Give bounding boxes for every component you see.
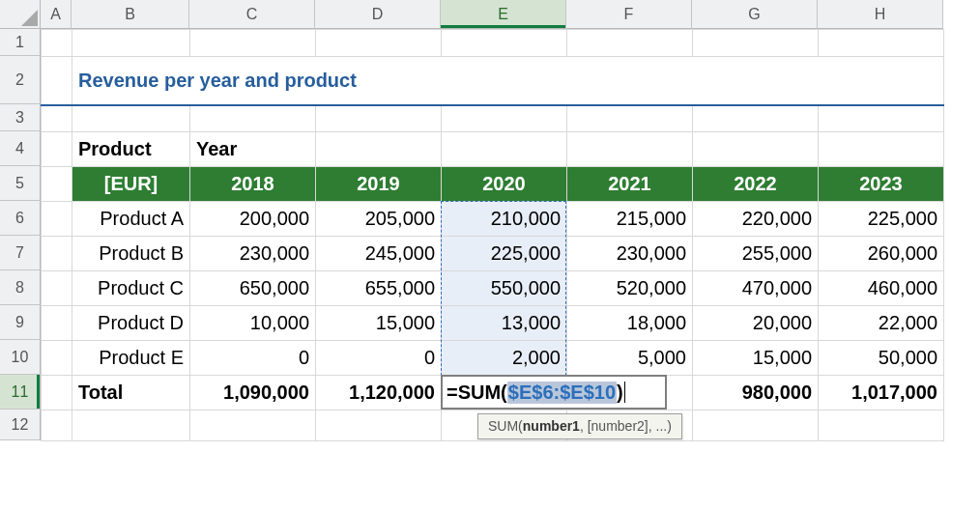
row-header-12[interactable]: 12 (0, 410, 41, 440)
row-header-11[interactable]: 11 (0, 375, 41, 410)
cell-f1[interactable] (567, 30, 693, 57)
cell-a6[interactable] (42, 202, 72, 237)
cell-h3[interactable] (819, 105, 944, 132)
row-header-8[interactable]: 8 (0, 270, 41, 305)
col-header-g[interactable]: G (692, 0, 818, 29)
formula-edit-cell[interactable]: =SUM($E$6:$E$10) (441, 375, 667, 410)
cell-d11[interactable]: 1,120,000 (316, 376, 442, 410)
cell-f6[interactable]: 215,000 (567, 202, 693, 237)
cell-b12[interactable] (72, 410, 190, 441)
cell-c10[interactable]: 0 (190, 341, 316, 376)
cell-a8[interactable] (42, 271, 72, 306)
cell-d6[interactable]: 205,000 (316, 202, 442, 237)
cell-h1[interactable] (819, 30, 944, 57)
select-all-corner[interactable] (0, 0, 41, 29)
cell-b1[interactable] (72, 30, 190, 57)
page-title[interactable]: Revenue per year and product (72, 57, 944, 105)
cell-d1[interactable] (316, 30, 442, 57)
row-header-1[interactable]: 1 (0, 29, 41, 56)
col-header-e[interactable]: E (441, 0, 566, 29)
cell-a5[interactable] (42, 167, 72, 202)
cell-e10[interactable]: 2,000 (442, 341, 567, 376)
cell-d3[interactable] (316, 105, 442, 132)
cell-c6[interactable]: 200,000 (190, 202, 316, 237)
cell-f4[interactable] (567, 132, 693, 167)
product-name-b[interactable]: Product B (72, 237, 190, 271)
cell-h9[interactable]: 22,000 (819, 306, 944, 341)
cell-a4[interactable] (42, 132, 72, 167)
header-2022[interactable]: 2022 (693, 167, 819, 202)
col-header-a[interactable]: A (41, 0, 72, 29)
cell-a3[interactable] (42, 105, 72, 132)
header-2021[interactable]: 2021 (567, 167, 693, 202)
header-2018[interactable]: 2018 (190, 167, 316, 202)
product-name-d[interactable]: Product D (72, 306, 190, 341)
cell-h8[interactable]: 460,000 (819, 271, 944, 306)
cell-d7[interactable]: 245,000 (316, 237, 442, 271)
cell-e6[interactable]: 210,000 (442, 202, 567, 237)
cell-f8[interactable]: 520,000 (567, 271, 693, 306)
cell-e9[interactable]: 13,000 (442, 306, 567, 341)
cell-a7[interactable] (42, 237, 72, 271)
cell-c12[interactable] (190, 410, 316, 441)
cell-e8[interactable]: 550,000 (442, 271, 567, 306)
cell-c8[interactable]: 650,000 (190, 271, 316, 306)
cell-h4[interactable] (819, 132, 944, 167)
function-tooltip[interactable]: SUM(number1, [number2], ...) (477, 413, 682, 439)
cell-a9[interactable] (42, 306, 72, 341)
product-name-a[interactable]: Product A (72, 202, 190, 237)
cell-h6[interactable]: 225,000 (819, 202, 944, 237)
cell-c7[interactable]: 230,000 (190, 237, 316, 271)
cell-c11[interactable]: 1,090,000 (190, 376, 316, 410)
cell-a11[interactable] (42, 376, 72, 410)
cell-e1[interactable] (442, 30, 567, 57)
cell-c3[interactable] (190, 105, 316, 132)
cell-a12[interactable] (42, 410, 72, 441)
cell-h12[interactable] (819, 410, 944, 441)
cell-g9[interactable]: 20,000 (693, 306, 819, 341)
col-header-b[interactable]: B (72, 0, 189, 29)
cell-f10[interactable]: 5,000 (567, 341, 693, 376)
cell-h11[interactable]: 1,017,000 (819, 376, 944, 410)
cell-a1[interactable] (42, 30, 72, 57)
header-2020[interactable]: 2020 (442, 167, 567, 202)
label-year[interactable]: Year (190, 132, 316, 167)
row-header-10[interactable]: 10 (0, 340, 41, 375)
cell-f9[interactable]: 18,000 (567, 306, 693, 341)
cell-g11[interactable]: 980,000 (693, 376, 819, 410)
cell-a10[interactable] (42, 341, 72, 376)
col-header-h[interactable]: H (818, 0, 943, 29)
cell-d12[interactable] (316, 410, 442, 441)
cell-d10[interactable]: 0 (316, 341, 442, 376)
cell-c1[interactable] (190, 30, 316, 57)
cell-g4[interactable] (693, 132, 819, 167)
header-2019[interactable]: 2019 (316, 167, 442, 202)
cell-d8[interactable]: 655,000 (316, 271, 442, 306)
cell-g8[interactable]: 470,000 (693, 271, 819, 306)
cell-d9[interactable]: 15,000 (316, 306, 442, 341)
label-product[interactable]: Product (72, 132, 190, 167)
product-name-c[interactable]: Product C (72, 271, 190, 306)
cell-g7[interactable]: 255,000 (693, 237, 819, 271)
cell-c9[interactable]: 10,000 (190, 306, 316, 341)
row-header-7[interactable]: 7 (0, 236, 41, 270)
row-header-5[interactable]: 5 (0, 166, 41, 201)
cell-g6[interactable]: 220,000 (693, 202, 819, 237)
cell-d4[interactable] (316, 132, 442, 167)
header-2023[interactable]: 2023 (819, 167, 944, 202)
row-header-6[interactable]: 6 (0, 201, 41, 236)
row-header-9[interactable]: 9 (0, 305, 41, 340)
cell-e4[interactable] (442, 132, 567, 167)
row-header-4[interactable]: 4 (0, 131, 41, 166)
cell-f7[interactable]: 230,000 (567, 237, 693, 271)
cell-e3[interactable] (442, 105, 567, 132)
cell-a2[interactable] (42, 57, 72, 105)
cell-g1[interactable] (693, 30, 819, 57)
row-header-2[interactable]: 2 (0, 56, 41, 104)
cell-h10[interactable]: 50,000 (819, 341, 944, 376)
header-eur[interactable]: [EUR] (72, 167, 190, 202)
cell-g12[interactable] (693, 410, 819, 441)
cell-g10[interactable]: 15,000 (693, 341, 819, 376)
cell-f3[interactable] (567, 105, 693, 132)
cell-e7[interactable]: 225,000 (442, 237, 567, 271)
